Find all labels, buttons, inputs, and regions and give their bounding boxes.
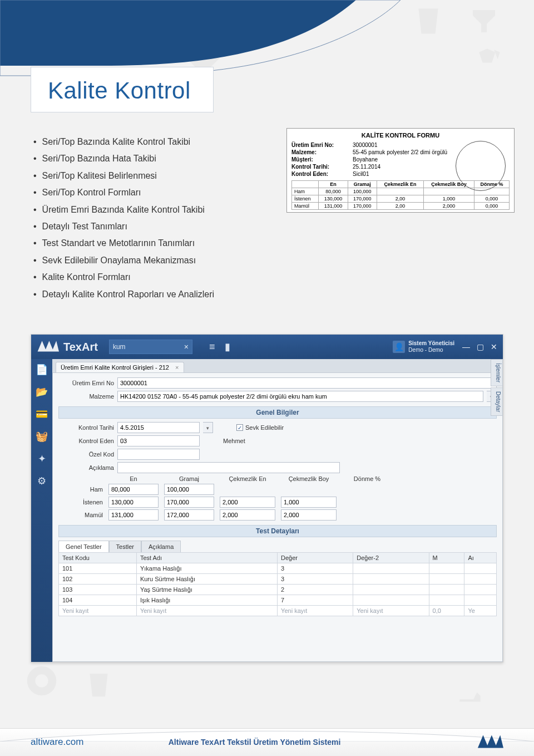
app-titlebar: TexArt kum × ≡ ▮ 👤 Sistem Yöneticisi Dem… — [31, 335, 503, 359]
app-sidebar: 📄 📂 💳 🧺 ✦ ⚙ — [31, 359, 52, 662]
input-ozel-kod[interactable] — [117, 449, 200, 460]
feature-item: Detaylı Kalite Kontrol Raporları ve Anal… — [33, 286, 214, 303]
feature-list: Seri/Top Bazında Kalite Kontrol Takibi S… — [33, 134, 214, 303]
section-test-detaylari: Test Detayları — [58, 525, 497, 537]
form-panel: Üretim Emri No Malzeme ▾ Genel Bilgiler … — [52, 372, 503, 662]
user-name: Sistem Yöneticisi — [408, 340, 454, 346]
grid-header: En Gramaj Çekmezlik En Çekmezlik Boy Dön… — [58, 475, 497, 482]
feature-item: Kalite Kontrol Formları — [33, 269, 214, 286]
feature-item: Seri/Top Bazında Hata Takibi — [33, 150, 214, 167]
tab-label: Üretim Emri Kalite Kontrol Girişleri - 2… — [61, 364, 169, 371]
subtab-genel-testler[interactable]: Genel Testler — [58, 541, 109, 552]
svg-point-1 — [35, 674, 48, 687]
th[interactable]: Değer — [278, 553, 353, 563]
input-cell[interactable] — [108, 509, 159, 521]
table-row[interactable]: 104Işık Haslığı7 — [59, 595, 497, 606]
close-tab-icon[interactable]: × — [175, 364, 179, 371]
page-title-box: Kalite Kontrol — [31, 67, 214, 112]
test-grid[interactable]: Test Kodu Test Adı Değer Değer-2 M Aı 10… — [58, 552, 497, 616]
input-cell[interactable] — [164, 497, 214, 508]
label-malzeme: Malzeme — [58, 393, 114, 400]
label-aciklama: Açıklama — [58, 464, 114, 471]
right-tab-detaylar[interactable]: Detaylar — [491, 387, 503, 416]
form-label: Malzeme: — [291, 149, 353, 155]
checkbox-sevk-edilebilir[interactable]: ✓ Sevk Edilebilir — [236, 424, 284, 431]
form-label: Üretim Emri No: — [291, 142, 353, 148]
footer-logo — [477, 733, 503, 752]
input-cell[interactable] — [220, 509, 275, 521]
th[interactable]: Aı — [464, 553, 497, 563]
basket-icon[interactable]: 🧺 — [36, 430, 48, 443]
feature-item: Seri/Top Kalitesi Belirlenmesi — [33, 168, 214, 184]
feature-item: Detaylı Test Tanımları — [33, 218, 214, 235]
minimize-button[interactable]: — — [462, 342, 470, 351]
page-footer: altiware.com Altiware TexArt Tekstil Üre… — [0, 728, 534, 756]
input-cell[interactable] — [164, 484, 214, 495]
footer-product: Altiware TexArt Tekstil Üretim Yönetim S… — [169, 738, 341, 747]
table-row[interactable]: 101Yıkama Haslığı3 — [59, 563, 497, 574]
brand-logo — [37, 338, 59, 355]
docs-icon[interactable]: 📂 — [36, 386, 48, 398]
grid-row-ham: Ham — [58, 484, 497, 495]
input-cell[interactable] — [281, 509, 337, 521]
th — [292, 181, 319, 188]
form-label: Kontrol Eden: — [291, 171, 353, 177]
th[interactable]: Test Adı — [136, 553, 277, 563]
table-row-new[interactable]: Yeni kayıtYeni kayıtYeni kayıtYeni kayıt… — [59, 606, 497, 616]
row-label: Mamül — [58, 512, 103, 518]
feature-item: Üretim Emri Bazında Kalite Kontrol Takib… — [33, 202, 214, 218]
input-cell[interactable] — [108, 484, 159, 495]
section-genel-bilgiler: Genel Bilgiler — [58, 406, 497, 419]
th[interactable]: Değer-2 — [353, 553, 429, 563]
form-label: Kontrol Tarihi: — [291, 164, 353, 170]
table-row[interactable]: 102Kuru Sürtme Haslığı3 — [59, 574, 497, 585]
input-malzeme[interactable] — [117, 391, 483, 402]
row-label: İstenen — [58, 499, 103, 505]
grid-row-mamul: Mamül — [58, 509, 497, 521]
input-kontrol-eden-kod[interactable] — [117, 435, 200, 446]
right-tab-islemler[interactable]: İşlemler — [491, 359, 503, 386]
form-value: Boyahane — [353, 156, 378, 163]
user-badge[interactable]: 👤 Sistem Yöneticisi Demo - Demo — [393, 340, 454, 354]
input-cell[interactable] — [281, 497, 337, 508]
table-row: İstenen 130,000 170,000 2,00 1,000 0,000 — [292, 195, 510, 203]
footer-site: altiware.com — [31, 737, 83, 748]
th[interactable]: Test Kodu — [59, 553, 137, 563]
star-icon[interactable]: ✦ — [38, 453, 46, 465]
feature-item: Test Standart ve Metotlarının Tanımları — [33, 235, 214, 252]
value-kontrol-eden-ad: Mehmet — [223, 438, 245, 444]
subtab-testler[interactable]: Testler — [109, 541, 141, 552]
user-subtitle: Demo - Demo — [408, 347, 443, 353]
feature-item: Sevk Edilebilir Onaylama Mekanizması — [33, 252, 214, 269]
form-label: Müşteri: — [291, 156, 353, 163]
quality-form-printout: KALİTE KONTROL FORMU Üretim Emri No:3000… — [286, 128, 515, 213]
clear-search-icon[interactable]: × — [184, 342, 189, 351]
subtab-aciklama[interactable]: Açıklama — [141, 541, 181, 552]
subtabs: Genel Testler Testler Açıklama — [58, 541, 497, 552]
card-icon[interactable]: 💳 — [36, 408, 48, 420]
search-input[interactable]: kum × — [109, 340, 192, 354]
table-row[interactable]: 103Yaş Sürtme Haslığı2 — [59, 585, 497, 595]
form-title: KALİTE KONTROL FORMU — [291, 132, 510, 139]
label-uretim-emri-no: Üretim Emri No — [58, 380, 114, 386]
input-kontrol-tarihi[interactable] — [117, 422, 200, 433]
gear-icon[interactable]: ⚙ — [37, 475, 46, 487]
input-cell[interactable] — [164, 509, 214, 521]
th: Çekmezlik En — [377, 181, 423, 188]
active-tab[interactable]: Üretim Emri Kalite Kontrol Girişleri - 2… — [56, 362, 184, 372]
input-cell[interactable] — [108, 497, 159, 508]
input-uretim-emri-no[interactable] — [117, 377, 497, 389]
close-button[interactable]: ✕ — [491, 342, 497, 351]
menu-icon[interactable]: ≡ — [209, 341, 215, 353]
date-dropdown-icon[interactable]: ▾ — [203, 422, 213, 433]
form-value: 30000001 — [353, 142, 378, 148]
check-icon: ✓ — [236, 424, 243, 431]
th[interactable]: M — [429, 553, 464, 563]
label-kontrol-tarihi: Kontrol Tarihi — [58, 424, 114, 431]
input-cell[interactable] — [220, 497, 275, 508]
new-doc-icon[interactable]: 📄 — [36, 364, 48, 376]
maximize-button[interactable]: ▢ — [477, 342, 484, 351]
form-value: Sicil01 — [353, 171, 369, 177]
bookmark-icon[interactable]: ▮ — [225, 341, 230, 353]
input-aciklama[interactable] — [117, 462, 340, 473]
